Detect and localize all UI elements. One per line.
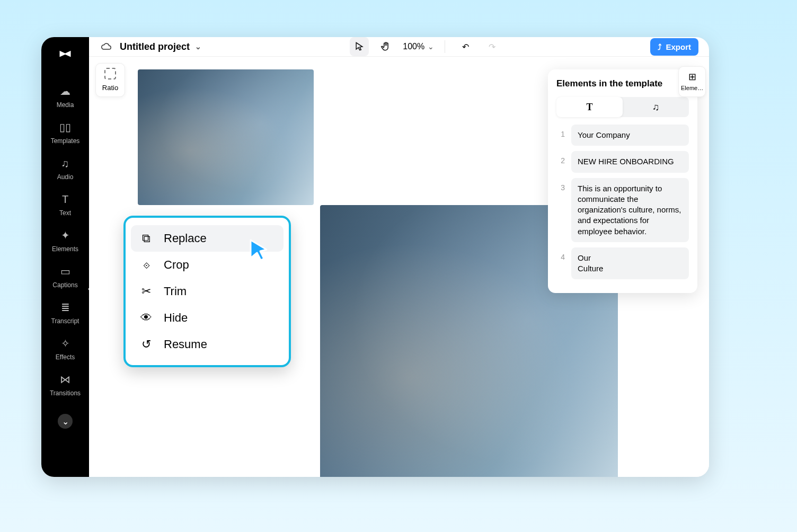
zoom-dropdown[interactable]: 100% ⌄ [403,42,434,51]
elements-panel-tabs: T ♫ [556,97,689,117]
elements-icon: ✦ [58,228,72,242]
effects-icon: ✧ [58,336,72,350]
elements-row-card[interactable]: This is an opportunity to communicate th… [571,178,689,242]
music-icon: ♫ [652,102,660,113]
elements-row-card[interactable]: NEW HIRE ONBOARDING [571,151,689,172]
elements-panel-title: Elements in the template [556,78,662,89]
undo-button[interactable]: ↶ [456,37,475,56]
elements-row-index: 4 [556,247,565,280]
context-item-label: Replace [164,232,207,245]
zoom-value: 100% [403,42,424,51]
tab-text[interactable]: T [556,97,623,117]
context-item-label: Resume [164,338,207,351]
replace-icon: ⧉ [139,232,153,245]
text-icon: T [586,102,592,113]
sidebar-label: Elements [52,245,78,253]
main-area: Untitled project ⌄ 100% ⌄ ↶ ↷ ⤴ Export [89,37,709,477]
canvas-area: Ratio ⧉ Replace ⟐ Crop ✂ Trim [89,57,709,477]
export-label: Export [666,42,692,51]
sidebar-more-button[interactable]: ⌄ [58,414,73,429]
elements-row-index: 1 [556,125,565,146]
project-title[interactable]: Untitled project ⌄ [120,41,201,52]
ratio-button[interactable]: Ratio [95,63,125,97]
sidebar-label: Transitions [50,389,81,397]
project-title-text: Untitled project [120,41,190,52]
chevron-down-icon: ⌄ [195,42,201,51]
elements-panel: Elements in the template ✕ T ♫ 1Your Com… [548,69,697,293]
redo-button[interactable]: ↷ [482,37,501,56]
elements-icon: ⊞ [681,71,703,83]
text-icon: T [58,192,72,206]
upload-icon: ⤴ [658,42,662,51]
context-item-label: Crop [164,258,189,272]
sidebar-label: Effects [56,353,75,361]
ratio-label: Ratio [102,84,118,92]
templates-icon: ▯▯ [58,120,72,134]
sidebar-item-text[interactable]: T Text [58,192,72,217]
hide-icon: 👁 [139,311,153,325]
ratio-icon [104,68,116,79]
cloud-upload-icon: ☁ [58,84,72,98]
divider [445,40,445,53]
context-item-label: Hide [164,311,188,325]
export-button[interactable]: ⤴ Export [650,38,699,56]
elements-panel-row: 3This is an opportunity to communicate t… [556,178,689,242]
elements-panel-row: 1Your Company [556,125,689,146]
topbar: Untitled project ⌄ 100% ⌄ ↶ ↷ ⤴ Export [89,37,709,57]
context-trim[interactable]: ✂ Trim [131,278,284,305]
captions-icon: ▭ [58,264,72,278]
crop-icon: ⟐ [139,258,153,272]
sidebar-label: Media [57,101,74,109]
sidebar-item-captions[interactable]: ▭ Captions [52,264,77,289]
elements-row-card[interactable]: Our Culture [571,247,689,280]
audio-icon: ♫ [58,156,72,170]
elements-toggle-button[interactable]: ⊞ Eleme… [678,66,706,97]
cloud-sync-icon[interactable] [100,40,112,53]
trim-icon: ✂ [139,285,153,298]
elements-panel-row: 2NEW HIRE ONBOARDING [556,151,689,172]
hand-tool-button[interactable] [376,37,395,56]
sidebar-item-media[interactable]: ☁ Media [57,84,74,109]
capcut-logo-icon [58,48,73,63]
context-item-label: Trim [164,285,187,298]
app-sidebar: ☁ Media ▯▯ Templates ♫ Audio T Text ✦ El… [41,37,89,477]
pointer-tool-button[interactable] [350,37,369,56]
sidebar-label: Captions [52,281,77,289]
elements-row-index: 2 [556,151,565,172]
transitions-icon: ⋈ [58,373,72,386]
sidebar-item-audio[interactable]: ♫ Audio [57,156,74,181]
context-resume[interactable]: ↺ Resume [131,331,284,358]
sidebar-item-transitions[interactable]: ⋈ Transitions [50,373,81,397]
transcript-icon: ≣ [58,300,72,314]
sidebar-label: Text [59,209,71,217]
app-logo[interactable] [58,48,73,66]
sidebar-item-templates[interactable]: ▯▯ Templates [51,120,80,145]
elements-row-index: 3 [556,178,565,242]
elements-toggle-label: Eleme… [681,85,703,91]
sidebar-item-elements[interactable]: ✦ Elements [52,228,78,253]
sidebar-label: Audio [57,173,74,181]
context-replace[interactable]: ⧉ Replace [131,225,284,252]
elements-row-card[interactable]: Your Company [571,125,689,146]
context-hide[interactable]: 👁 Hide [131,305,284,331]
context-menu: ⧉ Replace ⟐ Crop ✂ Trim 👁 Hide ↺ Resu [123,216,291,367]
sidebar-item-transcript[interactable]: ≣ Transcript [51,300,79,325]
sidebar-label: Templates [51,137,80,145]
media-thumbnail[interactable] [138,69,314,205]
app-window: ☁ Media ▯▯ Templates ♫ Audio T Text ✦ El… [41,37,709,477]
context-crop[interactable]: ⟐ Crop [131,252,284,278]
chevron-down-icon: ⌄ [428,42,434,51]
sidebar-label: Transcript [51,317,79,325]
tab-audio[interactable]: ♫ [623,97,689,117]
elements-panel-row: 4Our Culture [556,247,689,280]
resume-icon: ↺ [139,338,153,351]
sidebar-item-effects[interactable]: ✧ Effects [56,336,75,361]
